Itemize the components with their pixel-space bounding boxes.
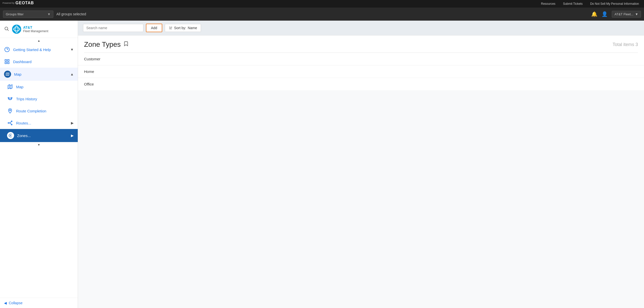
getting-started-icon (4, 47, 10, 53)
svg-point-19 (8, 98, 9, 99)
svg-marker-12 (6, 73, 9, 76)
sort-label: Sort by: (174, 26, 186, 30)
page-title-text: Zone Types (84, 40, 121, 49)
user-dropdown-button[interactable]: AT&T Fleet... ▼ (612, 11, 641, 18)
zones-label: Zones... (17, 134, 68, 138)
svg-point-20 (11, 98, 12, 99)
svg-point-23 (11, 121, 12, 122)
dashboard-icon (4, 59, 10, 65)
geotab-logo: Powered by GEOTAB (3, 1, 34, 5)
groups-bar-right: 🔔 👤 AT&T Fleet... ▼ (591, 11, 641, 18)
list-item[interactable]: Office (78, 78, 644, 90)
sort-button[interactable]: Sort by: Name (165, 24, 201, 32)
user-dropdown-text: AT&T Fleet... (615, 12, 633, 16)
map-section-chevron-icon: ▲ (70, 72, 74, 76)
sidebar-item-trips-history[interactable]: Trips History (0, 93, 78, 105)
att-subtitle: Fleet Management (23, 29, 48, 33)
sort-value: Name (188, 26, 197, 30)
route-completion-label: Route Completion (16, 109, 74, 113)
getting-started-label: Getting Started & Help (13, 48, 67, 52)
att-text: AT&T Fleet Management (23, 25, 48, 33)
map-label: Map (16, 85, 74, 89)
att-name: AT&T (23, 25, 48, 30)
submit-tickets-link[interactable]: Submit Tickets (563, 2, 583, 6)
svg-rect-8 (5, 60, 7, 61)
list-item[interactable]: Home (78, 65, 644, 78)
bookmark-icon (123, 41, 129, 48)
getting-started-chevron-icon: ▼ (70, 48, 74, 52)
add-button[interactable]: Add (146, 24, 162, 32)
trips-history-label: Trips History (16, 97, 74, 101)
search-input[interactable] (83, 24, 143, 32)
sidebar-collapse-button[interactable]: ◀ Collapse (0, 298, 78, 308)
content-area: Add Sort by: Name Zone Types (78, 21, 644, 308)
svg-marker-15 (8, 85, 12, 89)
svg-point-24 (11, 124, 12, 125)
page-title: Zone Types (84, 40, 129, 49)
map-section-label: Map (14, 72, 67, 76)
svg-rect-10 (8, 62, 9, 64)
groups-filter-label: Groups filter (6, 12, 24, 16)
sidebar-item-zones[interactable]: Zones... ▶ (0, 129, 78, 142)
svg-rect-9 (8, 60, 9, 61)
search-icon[interactable] (4, 26, 9, 32)
sidebar-item-routes[interactable]: Routes... ▶ (0, 117, 78, 129)
svg-line-1 (8, 29, 9, 31)
content-toolbar: Add Sort by: Name (78, 21, 644, 35)
sidebar-header: AT&T Fleet Management (0, 21, 78, 38)
content-body: Zone Types Total items 3 Customer Home (78, 35, 644, 90)
main-layout: AT&T Fleet Management ▲ Getting Started … (0, 21, 644, 308)
att-circle-logo (12, 25, 21, 34)
svg-rect-11 (5, 62, 7, 64)
sidebar-item-route-completion[interactable]: Route Completion (0, 105, 78, 117)
dashboard-label: Dashboard (13, 60, 74, 64)
svg-point-2 (12, 25, 21, 34)
sidebar-item-map[interactable]: Map (0, 81, 78, 93)
powered-by-text: Powered by (3, 2, 15, 5)
collapse-chevron-icon: ◀ (4, 301, 7, 305)
user-icon[interactable]: 👤 (601, 11, 608, 17)
resources-link[interactable]: Resources (541, 2, 555, 6)
geotab-logo-text: GEOTAB (16, 1, 34, 5)
map-section-icon (4, 71, 11, 78)
map-icon (7, 84, 13, 90)
svg-point-21 (10, 110, 11, 111)
sidebar: AT&T Fleet Management ▲ Getting Started … (0, 21, 78, 308)
list-item[interactable]: Customer (78, 53, 644, 65)
groups-filter-button[interactable]: Groups filter ▼ (3, 11, 53, 18)
page-title-row: Zone Types Total items 3 (78, 35, 644, 53)
groups-bar: Groups filter ▼ All groups selected 🔔 👤 … (0, 8, 644, 21)
svg-point-0 (5, 27, 8, 30)
sidebar-item-getting-started[interactable]: Getting Started & Help ▼ (0, 43, 78, 56)
routes-label: Routes... (16, 121, 68, 125)
scroll-down-button[interactable]: ▼ (0, 142, 78, 148)
zones-chevron-icon: ▶ (71, 134, 74, 138)
svg-point-22 (8, 122, 9, 123)
sidebar-item-map-section[interactable]: Map ▲ (0, 68, 78, 81)
routes-chevron-icon: ▶ (71, 121, 74, 125)
do-not-sell-link[interactable]: Do Not Sell My Personal Information (590, 2, 639, 6)
sidebar-item-dashboard[interactable]: Dashboard (0, 56, 78, 68)
total-items-text: Total items 3 (613, 42, 638, 47)
groups-filter-chevron-icon: ▼ (47, 12, 51, 16)
routes-icon (7, 120, 13, 126)
notification-icon[interactable]: 🔔 (591, 11, 597, 17)
trips-history-icon (7, 96, 13, 102)
route-completion-icon (7, 108, 13, 114)
collapse-label: Collapse (9, 301, 22, 305)
att-logo: AT&T Fleet Management (12, 25, 48, 34)
groups-selected-text: All groups selected (56, 12, 588, 16)
scroll-up-button[interactable]: ▲ (0, 38, 78, 43)
svg-point-25 (10, 135, 11, 136)
top-bar: Powered by GEOTAB Resources Submit Ticke… (0, 0, 644, 8)
zones-icon (7, 132, 14, 139)
user-dropdown-chevron-icon: ▼ (635, 12, 638, 16)
